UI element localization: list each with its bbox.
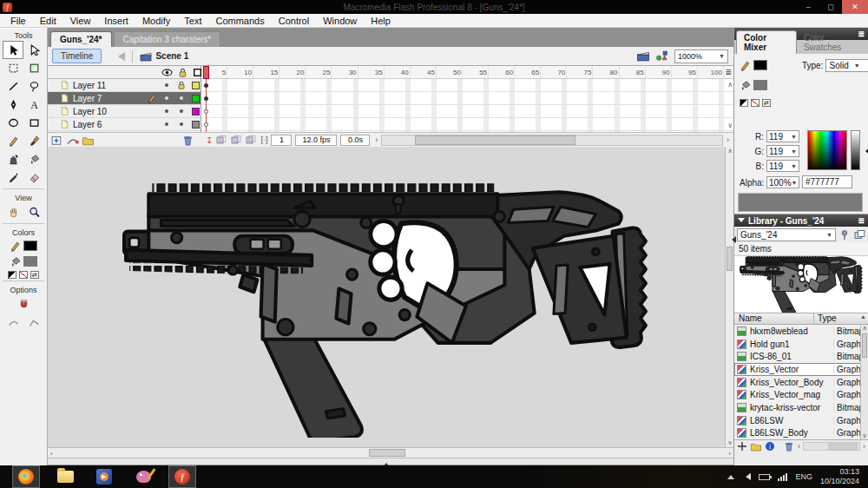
delete-item-button[interactable]	[784, 441, 794, 452]
line-tool[interactable]	[3, 77, 23, 96]
library-document-select[interactable]: Guns_'24 ▼	[737, 228, 836, 241]
battery-icon[interactable]	[759, 474, 770, 480]
library-scrollbar[interactable]: ∧∨	[860, 325, 868, 439]
close-button[interactable]: ✕	[842, 0, 868, 14]
library-item[interactable]: L86LSW_BodyGraph	[734, 427, 868, 440]
onion-skin-outlines-icon[interactable]	[230, 135, 242, 145]
library-hscroll-thumb[interactable]	[828, 443, 858, 450]
library-item[interactable]: L86LSWGraph	[734, 414, 868, 427]
menu-control[interactable]: Control	[272, 16, 316, 26]
column-name[interactable]: Name	[734, 313, 814, 324]
insert-layer-button[interactable]	[50, 135, 63, 146]
language-indicator[interactable]: ENG	[795, 472, 812, 481]
layer-color-chip[interactable]	[192, 108, 200, 115]
scroll-left-icon[interactable]: ‹	[50, 450, 53, 458]
layer-color-chip[interactable]	[192, 82, 200, 89]
maximize-button[interactable]: ◻	[819, 0, 842, 14]
doc-tab-capitation[interactable]: Capitation 3 charaters*	[114, 31, 221, 47]
smooth-option[interactable]	[3, 313, 23, 332]
layer-color-chip[interactable]	[192, 95, 200, 102]
column-type[interactable]: Type	[814, 313, 837, 324]
library-hscrollbar[interactable]	[803, 442, 860, 451]
fill-type-select[interactable]: Solid ▼	[825, 59, 868, 72]
item-properties-button[interactable]	[765, 441, 775, 452]
library-item[interactable]: Hold gun1Graph	[734, 338, 868, 351]
layer-row-11[interactable]: Layer 11	[48, 79, 201, 92]
pen-tool[interactable]	[3, 96, 23, 114]
taskbar-firefox[interactable]	[13, 466, 39, 487]
layer-color-chip[interactable]	[192, 121, 200, 129]
layer-row-7[interactable]: Layer 7	[48, 92, 201, 105]
frame-ruler[interactable]: 5 10 15 20 25 30 35 40 45 50 55 60 65 70…	[201, 66, 733, 79]
library-scroll-down-icon[interactable]: ∨	[861, 432, 868, 439]
menu-edit[interactable]: Edit	[33, 16, 63, 26]
mixer-fill-swatch[interactable]	[753, 80, 767, 90]
rectangle-tool[interactable]	[23, 114, 44, 132]
edit-symbols-icon[interactable]	[655, 50, 669, 62]
layer-visibility-dot[interactable]	[161, 119, 172, 129]
layer-row-10[interactable]: Layer 10	[48, 105, 201, 118]
menu-window[interactable]: Window	[316, 16, 364, 26]
menu-modify[interactable]: Modify	[135, 16, 177, 26]
center-frame-icon[interactable]: ↧	[206, 135, 213, 145]
lock-all-layers-icon[interactable]	[177, 67, 188, 78]
gun-drawing[interactable]	[122, 181, 648, 438]
frames-grid[interactable]	[201, 79, 733, 132]
volume-icon[interactable]	[742, 473, 751, 480]
stroke-color-swatch[interactable]	[23, 241, 37, 251]
timeline-scroll-right-icon[interactable]: ›	[727, 135, 729, 144]
sort-order-icon[interactable]: ▲	[860, 313, 866, 320]
layer-row-6[interactable]: Layer 6	[48, 118, 201, 131]
alpha-value-input[interactable]: 100%▼	[766, 176, 799, 188]
menu-text[interactable]: Text	[177, 16, 208, 26]
brightness-slider[interactable]	[851, 130, 860, 170]
edit-multiple-frames-icon[interactable]	[245, 135, 257, 145]
library-scroll-thumb[interactable]	[862, 333, 867, 358]
back-arrow-icon[interactable]	[114, 52, 125, 61]
vertical-scroll-thumb[interactable]	[727, 247, 733, 271]
timeline-scroll-thumb[interactable]	[415, 135, 575, 145]
brush-tool[interactable]	[23, 132, 44, 150]
timeline-toggle-button[interactable]: Timeline	[52, 49, 102, 63]
frame-view-menu-icon[interactable]: ≣	[725, 68, 732, 76]
frame-rate-indicator[interactable]: 12.0 fps	[295, 135, 337, 146]
show-hide-all-layers-icon[interactable]	[161, 67, 173, 78]
delete-layer-button[interactable]	[181, 135, 194, 146]
doc-tab-guns[interactable]: Guns_'24*	[50, 31, 112, 47]
insert-layer-folder-button[interactable]	[82, 135, 95, 146]
timeline-scrollbar[interactable]	[381, 135, 723, 146]
library-panel-header[interactable]: Library - Guns_'24 ≣	[734, 214, 868, 227]
taskbar-flash[interactable]: f	[169, 466, 195, 487]
green-value-input[interactable]: 119▼	[766, 145, 799, 157]
menu-commands[interactable]: Commands	[208, 16, 271, 26]
hand-tool[interactable]	[3, 203, 23, 221]
brightness-slider-arrow[interactable]	[862, 148, 868, 155]
tab-color-mixer[interactable]: Color Mixer	[736, 30, 797, 54]
library-item[interactable]: hkxm8webleadBitmap	[734, 325, 868, 338]
default-colors-button[interactable]	[8, 271, 16, 279]
no-color-button[interactable]	[19, 271, 28, 279]
pencil-tool[interactable]	[3, 132, 23, 150]
text-tool[interactable]	[23, 96, 44, 114]
paint-bucket-tool[interactable]	[23, 150, 44, 168]
edit-scene-icon[interactable]	[636, 50, 650, 62]
pin-library-icon[interactable]	[838, 229, 851, 241]
no-color-button[interactable]	[751, 99, 760, 107]
timeline-scroll-left-icon[interactable]: ‹	[375, 135, 378, 144]
layer-lock-dot[interactable]	[176, 106, 187, 116]
hex-color-input[interactable]: #777777	[802, 175, 852, 188]
tray-expand-icon[interactable]	[727, 472, 734, 479]
menu-insert[interactable]: Insert	[97, 16, 135, 26]
swap-colors-button[interactable]: ⇄	[30, 271, 39, 279]
default-colors-button[interactable]	[740, 99, 748, 107]
library-item[interactable]: ICS-86_01Bitmap	[734, 350, 868, 363]
red-value-input[interactable]: 119▼	[766, 130, 799, 142]
oval-tool[interactable]	[3, 114, 23, 132]
swap-colors-button[interactable]: ⇄	[762, 99, 771, 107]
taskbar-media-player[interactable]: ▶	[91, 466, 117, 487]
library-item[interactable]: Kriss_Vector_magGraph	[734, 388, 868, 401]
menu-file[interactable]: File	[3, 16, 33, 26]
layer-visibility-dot[interactable]	[161, 80, 172, 90]
stage-canvas[interactable]	[48, 147, 725, 447]
collapse-panels-arrow-icon[interactable]	[728, 236, 736, 243]
